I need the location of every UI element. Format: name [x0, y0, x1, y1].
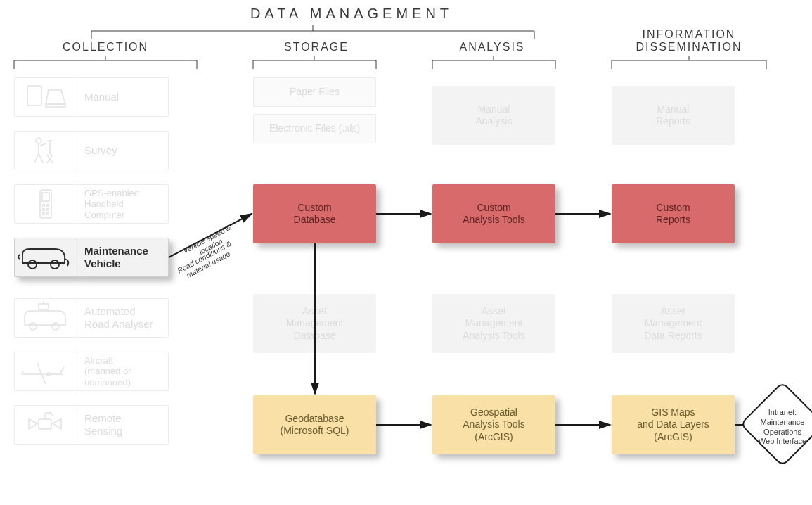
gps-icon — [14, 184, 77, 224]
col-title-collection: COLLECTION — [42, 41, 169, 53]
analyser-icon — [14, 298, 77, 338]
intranet-label: Intranet: Maintenance Operations Web Int… — [744, 408, 812, 447]
collection-survey-label: Survey — [77, 131, 169, 170]
svg-rect-17 — [39, 419, 51, 429]
svg-rect-15 — [39, 304, 49, 309]
collection-aircraft: Aircraft (manned or unmanned) — [14, 352, 169, 391]
svg-rect-4 — [42, 193, 49, 201]
svg-rect-0 — [27, 86, 41, 106]
dissem-manual-reports: Manual Reports — [612, 86, 735, 145]
collection-manual: Manual — [14, 77, 169, 117]
svg-rect-1 — [46, 104, 65, 107]
title-data-management: DATA MANAGEMENT — [211, 6, 492, 22]
storage-paper-files: Paper Files — [253, 77, 376, 107]
svg-point-6 — [47, 205, 49, 207]
svg-point-2 — [36, 138, 41, 143]
col-title-storage: STORAGE — [253, 41, 380, 53]
aircraft-icon — [14, 352, 77, 391]
col-title-analysis: ANALYSIS — [429, 41, 555, 53]
bracket-analysis — [432, 56, 555, 69]
svg-point-9 — [43, 213, 45, 215]
arrow-geodb-to-geotools — [376, 422, 432, 428]
storage-electronic-files: Electronic Files (.xls) — [253, 114, 376, 143]
collection-analyser: Automated Road Analyser — [14, 298, 169, 338]
analysis-custom-tools: Custom Analysis Tools — [432, 184, 555, 243]
collection-remote: Remote Sensing — [14, 405, 169, 445]
collection-gps-label: GPS-enabled Handheld Computer — [77, 184, 169, 224]
remote-sensing-icon — [14, 405, 77, 445]
analysis-manual: Manual Analysis — [432, 86, 555, 145]
manual-icon — [14, 77, 77, 117]
storage-custom-database: Custom Database — [253, 184, 376, 243]
collection-analyser-label: Automated Road Analyser — [77, 298, 169, 338]
svg-point-5 — [43, 205, 45, 207]
bracket-main — [91, 25, 534, 39]
svg-point-8 — [47, 209, 49, 211]
bracket-storage — [253, 56, 376, 69]
svg-point-11 — [28, 260, 37, 269]
svg-point-12 — [51, 260, 59, 269]
vehicle-icon — [14, 238, 77, 277]
dissem-custom-reports: Custom Reports — [612, 184, 735, 243]
collection-survey: Survey — [14, 131, 169, 170]
arrow-analysis-to-reports — [555, 211, 612, 217]
analysis-geo-tools: Geospatial Analysis Tools (ArcGIS) — [432, 395, 555, 454]
bracket-dissemination — [612, 56, 766, 69]
collection-aircraft-label: Aircraft (manned or unmanned) — [77, 352, 169, 391]
arrow-geotools-to-gismaps — [555, 422, 612, 428]
collection-remote-label: Remote Sensing — [77, 405, 169, 445]
collection-manual-label: Manual — [77, 77, 169, 117]
storage-geodatabase: Geodatabase (Microsoft SQL) — [253, 395, 376, 454]
collection-maintenance-label: Maintenance Vehicle — [77, 238, 169, 277]
analysis-asset-tools: Asset Management Analysis Tools — [432, 294, 555, 353]
svg-point-7 — [43, 209, 45, 211]
arrow-db-to-analysis — [376, 211, 432, 217]
svg-point-14 — [52, 323, 59, 330]
bracket-collection — [14, 56, 197, 69]
collection-gps: GPS-enabled Handheld Computer — [14, 184, 169, 224]
svg-point-10 — [47, 213, 49, 215]
col-title-dissemination: INFORMATION DISSEMINATION — [612, 28, 766, 53]
dissem-asset-reports: Asset Management Data Reports — [612, 294, 735, 353]
collection-maintenance-vehicle: Maintenance Vehicle — [14, 238, 169, 277]
dissem-gis-maps: GIS Maps and Data Layers (ArcGIS) — [612, 395, 735, 454]
storage-asset-db: Asset Management Database — [253, 294, 376, 353]
svg-point-13 — [30, 323, 37, 330]
survey-icon — [14, 131, 77, 170]
